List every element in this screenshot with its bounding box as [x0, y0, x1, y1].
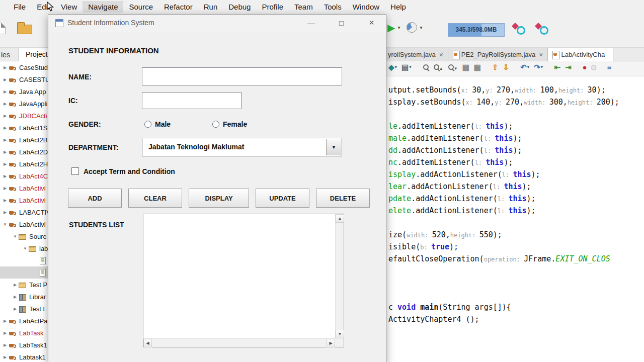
vertical-scrollbar[interactable]: ▲ ▼ — [335, 214, 344, 338]
editor-toolbar-icons: ◆ ▤ ▲ ▼ ▦ ▦ ⇧ ⇩ ↶ ↷ ⇤ — [388, 63, 611, 71]
scroll-down-icon[interactable]: ▼ — [336, 330, 344, 338]
tree-chevron-icon[interactable] — [22, 246, 28, 251]
tree-chevron-icon[interactable] — [12, 307, 18, 311]
tree-chevron-icon[interactable] — [12, 234, 18, 239]
editor-toolbar-icon[interactable] — [423, 64, 429, 71]
run-cluster: ▶ ▾ ▾ — [387, 22, 422, 33]
scroll-up-icon[interactable]: ▲ — [336, 214, 344, 223]
profile-point-icon[interactable] — [511, 22, 526, 35]
editor-toolbar-icon[interactable]: ■ — [592, 63, 596, 71]
tree-chevron-icon[interactable] — [2, 150, 8, 154]
scroll-right-icon[interactable]: ▶ — [327, 339, 335, 347]
menu-item[interactable]: Help — [385, 1, 412, 13]
tree-chevron-icon[interactable] — [2, 343, 8, 347]
tree-item-icon — [8, 353, 17, 361]
menu-item[interactable]: File — [8, 1, 31, 13]
tree-chevron-icon[interactable] — [2, 186, 8, 191]
editor-toolbar-icon[interactable]: ≡ — [607, 63, 612, 71]
editor-toolbar-icon[interactable]: ◆ — [388, 63, 397, 71]
new-file-icon[interactable] — [0, 23, 6, 34]
code-line — [388, 289, 619, 301]
code-line: ize(width: 520,height: 550); — [388, 229, 619, 241]
memory-label: 345.3/598.0MB — [448, 24, 504, 36]
profile-point-reset-icon[interactable] — [534, 22, 549, 35]
open-project-icon[interactable] — [17, 25, 32, 34]
editor-toolbar-icon[interactable]: ▦ — [462, 63, 469, 71]
dialog-button[interactable]: ADD — [68, 189, 122, 208]
editor-toolbar-icon[interactable]: ▲ — [433, 64, 443, 71]
editor-tab-label: LabActivityCha — [561, 51, 605, 58]
editor-toolbar-icon[interactable]: ↷ — [534, 63, 543, 71]
tree-item-icon — [8, 220, 17, 228]
students-list-area[interactable]: ▲ ▼ ◀ ▶ — [143, 214, 344, 347]
menu-item[interactable]: Window — [347, 1, 385, 13]
editor-tab-label: yrollSystem.java — [388, 51, 436, 58]
tree-chevron-icon[interactable] — [2, 222, 8, 227]
editor-toolbar-icon[interactable]: ⇧ — [492, 63, 499, 71]
tree-chevron-icon[interactable] — [2, 198, 8, 203]
editor-toolbar-icon[interactable]: ⇤ — [554, 63, 560, 71]
dialog-button[interactable]: DISPLAY — [189, 189, 249, 208]
tree-item-label: LabActivi — [19, 221, 46, 228]
menu-item[interactable]: Run — [198, 1, 223, 13]
editor-tabs: yrollSystem.java × PE2_PayRollSystem.jav… — [383, 48, 613, 61]
run-project-icon[interactable]: ▶ — [387, 23, 395, 33]
tree-chevron-icon[interactable] — [2, 210, 8, 215]
scrollbar-corner — [335, 338, 344, 347]
menu-item[interactable]: Source — [123, 1, 158, 13]
menu-item[interactable]: View — [55, 1, 83, 13]
editor-toolbar-icon[interactable]: ▦ — [474, 63, 481, 71]
editor-toolbar-icon[interactable]: ↶ — [520, 63, 529, 71]
menu-item[interactable]: Refactor — [158, 1, 198, 13]
code-line: utput.setBounds(x: 30,y: 270,width: 100,… — [388, 84, 619, 96]
editor-toolbar-icon[interactable]: ⇥ — [565, 63, 572, 71]
code-line — [388, 108, 619, 120]
tree-chevron-icon[interactable] — [2, 355, 8, 359]
tree-chevron-icon[interactable] — [12, 283, 18, 287]
menu-item[interactable]: Debug — [223, 1, 256, 13]
tree-chevron-icon[interactable] — [2, 138, 8, 142]
editor-tab[interactable]: yrollSystem.java × — [383, 48, 448, 61]
tree-chevron-icon[interactable] — [2, 114, 8, 118]
tree-chevron-icon[interactable] — [2, 89, 8, 94]
tree-item-label: LabActivi — [19, 197, 46, 204]
editor-toolbar-icon[interactable]: ▤ — [401, 63, 412, 71]
run-dropdown-icon[interactable]: ▾ — [397, 25, 400, 30]
tree-chevron-icon[interactable] — [2, 126, 8, 130]
code-line: le.addItemListener(l: this); — [388, 120, 619, 132]
code-line: male.addItemListener(l: this); — [388, 132, 619, 144]
tree-chevron-icon[interactable] — [2, 331, 8, 335]
tree-item-icon — [38, 256, 47, 264]
memory-indicator[interactable]: 345.3/598.0MB — [448, 23, 505, 37]
profiler-gauge-icon[interactable] — [407, 22, 417, 33]
files-panel-tab[interactable]: les — [1, 51, 10, 59]
tree-chevron-icon[interactable] — [12, 295, 18, 299]
dialog-button[interactable]: DELETE — [316, 189, 370, 208]
dialog-button[interactable]: UPDATE — [256, 189, 309, 208]
menu-item[interactable]: Navigate — [83, 1, 123, 13]
tree-chevron-icon[interactable] — [2, 174, 8, 178]
menu-item[interactable]: Tools — [318, 1, 347, 13]
tree-chevron-icon[interactable] — [2, 65, 8, 70]
code-line: efaultCloseOperation(operation: JFrame.E… — [388, 253, 619, 265]
tree-chevron-icon[interactable] — [2, 162, 8, 166]
tree-chevron-icon[interactable] — [2, 77, 8, 82]
editor-toolbar-icon[interactable]: ⇩ — [503, 63, 510, 71]
editor-tab[interactable]: PE2_PayRollSystem.java × — [448, 48, 548, 61]
menu-item[interactable]: Profile — [256, 1, 289, 13]
tree-item-icon — [8, 172, 17, 180]
tree-item-label: CASESTU — [19, 76, 50, 83]
scroll-left-icon[interactable]: ◀ — [143, 339, 152, 347]
tab-close-icon[interactable]: × — [539, 51, 543, 59]
horizontal-scrollbar[interactable]: ◀ ▶ — [143, 338, 335, 347]
menu-item[interactable]: Team — [289, 1, 318, 13]
editor-toolbar-icon[interactable]: ● — [583, 63, 587, 71]
tree-chevron-icon[interactable] — [2, 102, 8, 106]
tree-item-icon — [8, 184, 17, 192]
tab-close-icon[interactable]: × — [439, 51, 443, 59]
tree-chevron-icon[interactable] — [2, 319, 8, 323]
dialog-button[interactable]: CLEAR — [128, 189, 182, 208]
editor-tab[interactable]: LabActivityCha — [548, 48, 613, 61]
editor-toolbar-icon[interactable]: ▼ — [448, 64, 458, 71]
profiler-dropdown-icon[interactable]: ▾ — [420, 25, 422, 30]
